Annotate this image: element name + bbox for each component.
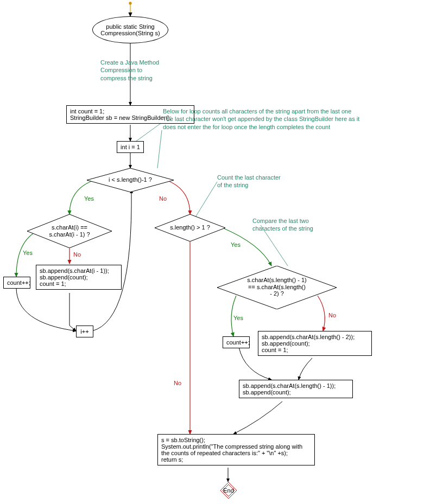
edge-yes-4: Yes [233, 315, 243, 321]
svg-line-10 [195, 182, 217, 217]
edge-yes-1: Yes [84, 195, 94, 202]
decision-loop-condition-label: i < s.length()-1 ? [103, 176, 157, 183]
end-terminator: End [220, 482, 237, 499]
annotation-create-method: Create a Java Method Compression to comp… [100, 59, 187, 82]
decision-length-gt1-label: s.length() > 1 ? [166, 224, 214, 231]
end-label: End [223, 487, 234, 494]
process-append-3: sb.append(s.charAt(s.length() - 1)); sb.… [239, 380, 353, 398]
process-increment-i: i++ [76, 326, 93, 337]
process-append-1: sb.append(s.charAt(i - 1)); sb.append(co… [36, 265, 122, 290]
edge-yes-3: Yes [231, 241, 241, 248]
decision-char-equal-label: s.charAt(i) == s.charAt(i - 1) ? [43, 224, 96, 238]
start-label: public static String Compression(String … [100, 23, 160, 36]
process-count-inc-1: count++; [3, 277, 30, 289]
svg-line-6 [69, 326, 76, 331]
edge-no-2: No [73, 251, 81, 258]
annotation-compare-last-two: Compare the last two characters of the s… [252, 217, 339, 233]
edge-no-4: No [328, 312, 336, 318]
edge-no-3: No [174, 380, 181, 386]
process-loop-init: int i = 1 [117, 141, 144, 153]
decision-last-two-equal-label: s.charAt(s.length() - 1) == s.charAt(s.l… [242, 277, 312, 297]
svg-line-9 [157, 130, 162, 168]
annotation-for-loop: Below for loop counts all characters of … [163, 107, 423, 131]
edge-no-1: No [159, 195, 167, 202]
start-terminator: public static String Compression(String … [92, 16, 168, 43]
process-count-inc-2: count++; [223, 336, 250, 348]
edge-yes-2: Yes [23, 250, 33, 256]
process-final: s = sb.toString(); System.out.println("T… [157, 434, 315, 465]
annotation-count-last: Count the last character of the string [217, 174, 304, 189]
process-append-2: sb.append(s.charAt(s.length() - 2)); sb.… [258, 331, 372, 356]
